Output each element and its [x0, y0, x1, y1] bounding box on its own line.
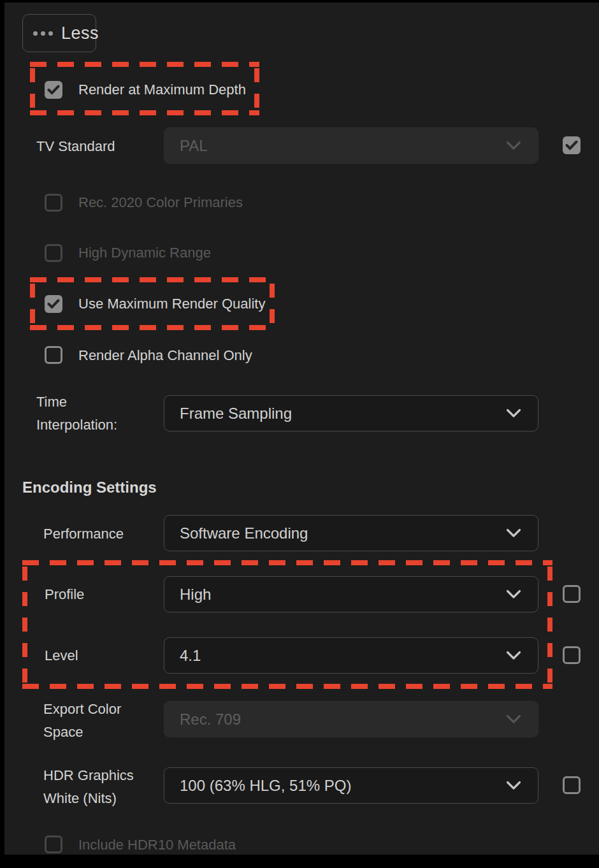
chevron-down-icon	[506, 141, 521, 150]
rec2020-label: Rec. 2020 Color Primaries	[78, 194, 243, 211]
tv-standard-dropdown[interactable]: PAL	[164, 127, 538, 164]
profile-dropdown[interactable]: High	[164, 576, 538, 612]
chevron-down-icon	[506, 781, 521, 790]
hdr-graphics-white-label: HDR Graphics White (Nits)	[43, 764, 139, 810]
performance-label: Performance	[43, 526, 124, 542]
profile-label: Profile	[45, 586, 84, 603]
export-color-space-value: Rec. 709	[180, 711, 506, 728]
max-render-quality-checkbox[interactable]	[45, 295, 62, 313]
max-render-quality-label: Use Maximum Render Quality	[78, 296, 265, 312]
chevron-down-icon	[506, 409, 521, 418]
less-button[interactable]: Less	[22, 14, 96, 52]
render-alpha-label: Render Alpha Channel Only	[78, 347, 252, 364]
checkmark-icon	[565, 140, 578, 150]
performance-value: Software Encoding	[180, 524, 506, 542]
checkmark-icon	[47, 299, 60, 309]
tv-standard-label: TV Standard	[36, 138, 115, 155]
time-interpolation-value: Frame Sampling	[180, 405, 506, 423]
level-enable-checkbox[interactable]	[563, 646, 581, 664]
chevron-down-icon	[506, 714, 521, 724]
profile-value: High	[180, 586, 506, 604]
checkmark-icon	[47, 85, 60, 95]
level-label: Level	[45, 647, 78, 664]
include-hdr10-checkbox[interactable]	[45, 835, 62, 853]
tv-standard-enable-checkbox[interactable]	[563, 136, 581, 154]
export-color-space-label: Export Color Space	[43, 698, 139, 744]
performance-dropdown[interactable]: Software Encoding	[164, 515, 538, 551]
render-alpha-checkbox[interactable]	[45, 346, 62, 364]
time-interpolation-label: Time Interpolation:	[36, 391, 138, 437]
high-dynamic-range-checkbox[interactable]	[45, 244, 62, 262]
hdr-graphics-white-enable-checkbox[interactable]	[563, 776, 581, 794]
ellipsis-icon	[33, 31, 53, 36]
tv-standard-value: PAL	[180, 137, 506, 155]
chevron-down-icon	[506, 651, 521, 660]
include-hdr10-label: Include HDR10 Metadata	[78, 837, 236, 853]
high-dynamic-range-label: High Dynamic Range	[78, 245, 211, 261]
less-button-label: Less	[61, 24, 99, 43]
chevron-down-icon	[506, 528, 521, 538]
level-value: 4.1	[180, 647, 506, 665]
encoding-settings-header: Encoding Settings	[22, 479, 157, 496]
export-color-space-dropdown[interactable]: Rec. 709	[164, 701, 538, 737]
profile-enable-checkbox[interactable]	[563, 585, 581, 603]
time-interpolation-dropdown[interactable]: Frame Sampling	[164, 395, 538, 431]
hdr-graphics-white-value: 100 (63% HLG, 51% PQ)	[180, 777, 506, 795]
render-max-depth-label: Render at Maximum Depth	[78, 82, 246, 98]
hdr-graphics-white-dropdown[interactable]: 100 (63% HLG, 51% PQ)	[164, 767, 538, 804]
level-dropdown[interactable]: 4.1	[164, 637, 538, 674]
render-max-depth-checkbox[interactable]	[45, 81, 62, 99]
rec2020-checkbox[interactable]	[45, 194, 62, 212]
chevron-down-icon	[506, 590, 521, 599]
